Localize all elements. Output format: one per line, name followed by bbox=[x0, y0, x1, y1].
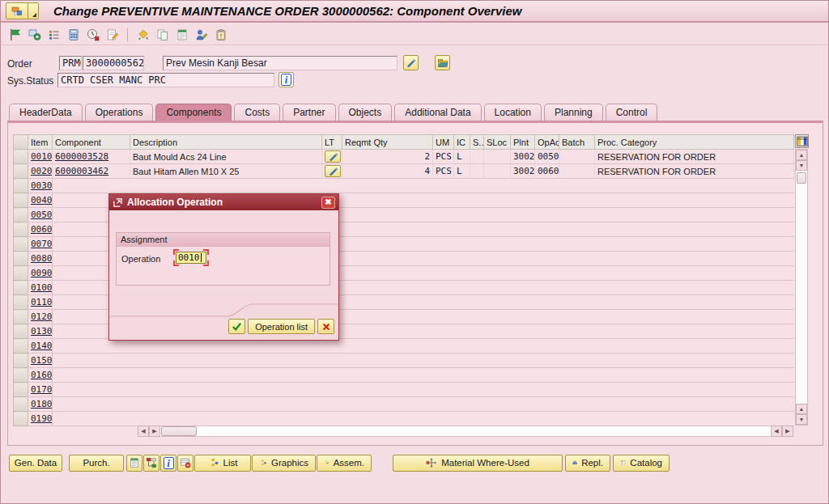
item-link[interactable]: 0070 bbox=[31, 239, 53, 249]
order-type-field[interactable]: PRMO bbox=[59, 56, 82, 70]
edit-description-button[interactable] bbox=[403, 55, 419, 70]
status-info-button[interactable]: i bbox=[278, 72, 294, 87]
material-where-used-button[interactable]: Material Where-Used bbox=[393, 455, 563, 472]
item-link[interactable]: 0100 bbox=[31, 282, 53, 293]
scroll-right-end-button[interactable]: ▶ bbox=[782, 426, 793, 437]
catalog-button[interactable]: Catalog bbox=[613, 455, 670, 472]
item-link[interactable]: 0080 bbox=[31, 253, 53, 264]
ic-cell[interactable]: L bbox=[454, 150, 470, 164]
person-edit-icon[interactable] bbox=[193, 27, 209, 42]
operation-input[interactable]: 0010 bbox=[176, 252, 206, 264]
item-link[interactable]: 0060 bbox=[31, 224, 53, 235]
row-selector[interactable] bbox=[14, 237, 28, 252]
column-header-description[interactable]: Description bbox=[130, 135, 322, 150]
copy-pages-icon[interactable] bbox=[155, 27, 170, 42]
row-selector[interactable] bbox=[14, 324, 28, 339]
note-pad-icon[interactable] bbox=[104, 27, 120, 42]
assem-button[interactable]: Assem. bbox=[317, 455, 372, 472]
table-settings-button[interactable] bbox=[795, 134, 809, 148]
select-all-cell[interactable] bbox=[14, 135, 28, 150]
lt-detail-button[interactable] bbox=[325, 165, 341, 177]
dialog-cancel-button[interactable] bbox=[317, 319, 334, 334]
row-selector[interactable] bbox=[14, 397, 28, 412]
row-selector[interactable] bbox=[14, 368, 28, 383]
row-selector[interactable] bbox=[14, 354, 28, 368]
item-link[interactable]: 0190 bbox=[31, 413, 53, 424]
info-button[interactable]: i bbox=[160, 455, 176, 472]
row-selector[interactable] bbox=[14, 383, 28, 397]
horizontal-scroll-track[interactable] bbox=[138, 426, 793, 437]
tab-costs[interactable]: Costs bbox=[234, 104, 280, 121]
column-header-proc-category[interactable]: Proc. Category bbox=[595, 135, 794, 150]
item-link[interactable]: 0130 bbox=[31, 326, 53, 337]
item-link[interactable]: 0180 bbox=[31, 399, 53, 409]
scroll-right-button[interactable]: ▶ bbox=[149, 426, 160, 437]
reqmt-qty-cell[interactable]: 2 bbox=[342, 150, 433, 164]
row-selector[interactable] bbox=[14, 295, 28, 310]
documents-folder-button[interactable] bbox=[435, 55, 450, 70]
opac-cell[interactable]: 0060 bbox=[535, 164, 559, 179]
vertical-scroll-thumb[interactable] bbox=[797, 172, 806, 184]
scroll-left-end-button[interactable]: ◀ bbox=[771, 426, 782, 437]
tab-additional-data[interactable]: Additional Data bbox=[394, 104, 481, 121]
column-header-reqmt-qty[interactable]: Reqmt Qty bbox=[342, 135, 433, 150]
row-selector[interactable] bbox=[14, 164, 28, 179]
scroll-page-up-button[interactable]: ▲ bbox=[796, 404, 807, 414]
order-description-field[interactable]: Prev Mesin Kanji Besar bbox=[163, 56, 397, 70]
clipboard-import-icon[interactable] bbox=[213, 27, 228, 42]
sys-status-field[interactable]: CRTD CSER MANC PRC bbox=[57, 73, 274, 87]
row-selector[interactable] bbox=[14, 281, 28, 295]
ic-cell[interactable]: L bbox=[454, 164, 470, 179]
sloc-cell[interactable] bbox=[484, 150, 511, 164]
scroll-left-button[interactable]: ◀ bbox=[138, 426, 149, 437]
row-selector[interactable] bbox=[14, 193, 28, 208]
schedule-clock-icon[interactable] bbox=[85, 27, 100, 42]
plnt-cell[interactable]: 3002 bbox=[511, 164, 535, 179]
opac-cell[interactable]: 0050 bbox=[535, 150, 559, 164]
tab-components[interactable]: Components bbox=[155, 104, 232, 121]
tab-headerdata[interactable]: HeaderData bbox=[9, 104, 83, 121]
tab-planning[interactable]: Planning bbox=[544, 104, 603, 121]
relationships-button[interactable] bbox=[143, 455, 159, 472]
create-with-gear-icon[interactable] bbox=[27, 27, 42, 42]
component-link[interactable]: 6000003528 bbox=[55, 151, 108, 162]
list-button[interactable]: List bbox=[194, 455, 251, 472]
sloc-cell[interactable] bbox=[484, 164, 511, 179]
lt-detail-button[interactable] bbox=[325, 150, 341, 163]
tab-partner[interactable]: Partner bbox=[283, 104, 335, 121]
um-cell[interactable]: PCS bbox=[433, 164, 454, 179]
batch-cell[interactable] bbox=[559, 150, 595, 164]
item-link[interactable]: 0140 bbox=[31, 341, 53, 351]
repl-button[interactable]: Repl. bbox=[565, 455, 610, 472]
flag-icon[interactable] bbox=[7, 27, 23, 42]
scroll-page-down-button[interactable]: ▼ bbox=[796, 414, 807, 425]
calculator-icon[interactable] bbox=[66, 27, 81, 42]
row-selector[interactable] bbox=[14, 222, 28, 237]
operation-list-button[interactable]: Operation list bbox=[248, 319, 315, 334]
vertical-scrollbar[interactable]: ▲ ▼ ▲ ▼ bbox=[795, 149, 808, 426]
item-link[interactable]: 0040 bbox=[31, 195, 53, 205]
purch-button[interactable]: Purch. bbox=[69, 455, 124, 472]
tab-operations[interactable]: Operations bbox=[85, 104, 154, 121]
column-header-plnt[interactable]: Plnt bbox=[511, 135, 535, 150]
graphics-button[interactable]: Graphics bbox=[252, 455, 316, 472]
plnt-cell[interactable]: 3002 bbox=[511, 150, 535, 164]
item-link[interactable]: 0110 bbox=[31, 297, 53, 307]
item-link[interactable]: 0160 bbox=[31, 370, 53, 380]
proc-category-cell[interactable]: RESERVATION FOR ORDER bbox=[595, 150, 794, 164]
column-header-component[interactable]: Component bbox=[53, 135, 130, 150]
component-link[interactable]: 6000003462 bbox=[55, 166, 108, 176]
column-header-lt[interactable]: LT bbox=[322, 135, 342, 150]
reqmt-qty-cell[interactable]: 4 bbox=[342, 164, 433, 179]
column-header-ic[interactable]: IC bbox=[454, 135, 470, 150]
column-header-um[interactable]: UM bbox=[433, 135, 454, 150]
component-allocation-icon[interactable] bbox=[135, 27, 151, 42]
display-document-button[interactable] bbox=[126, 455, 142, 472]
tab-location[interactable]: Location bbox=[484, 104, 542, 121]
item-link[interactable]: 0050 bbox=[31, 210, 53, 220]
horizontal-scrollbar[interactable]: ◀ ▶ ··· ◀ ▶ bbox=[13, 426, 793, 437]
item-link[interactable]: 0120 bbox=[31, 311, 53, 322]
column-header-opac[interactable]: OpAc bbox=[535, 135, 559, 150]
scroll-up-button[interactable]: ▲ bbox=[796, 150, 807, 160]
row-selector[interactable] bbox=[14, 179, 28, 193]
